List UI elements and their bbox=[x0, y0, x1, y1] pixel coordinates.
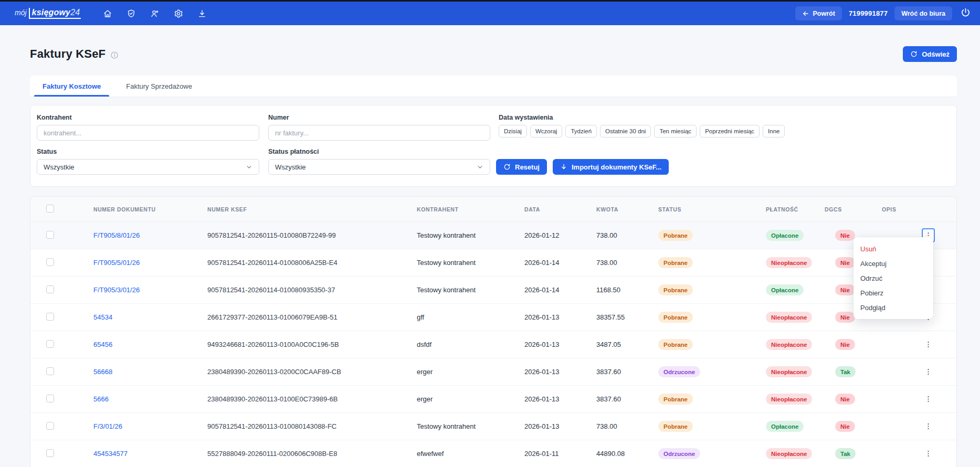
page-title: Faktury KSeF bbox=[30, 47, 106, 61]
ksef-number: 9057812541-20260115-010080B72249-99 bbox=[207, 231, 417, 239]
table-row: F/3/01/26 9057812541-20260113-0100801430… bbox=[30, 413, 956, 440]
row-checkbox[interactable] bbox=[46, 231, 54, 239]
logo-suffix: 24 bbox=[70, 8, 80, 17]
ksef-number: 2661729377-20260113-01006079EA9B-51 bbox=[207, 313, 417, 321]
table-row: 56668 2380489390-20260113-0200C0CAAF89-C… bbox=[30, 358, 956, 386]
app-logo[interactable]: mójksięgowy24 bbox=[15, 8, 81, 19]
ksef-number: 2380489390-20260113-0200C0CAAF89-CB bbox=[207, 368, 417, 376]
row-checkbox[interactable] bbox=[46, 340, 54, 348]
ksef-number: 2380489390-20260113-0100E0C73989-6B bbox=[207, 395, 417, 403]
table-row: F/T905/5/01/26 9057812541-20260114-01008… bbox=[30, 249, 956, 277]
import-ksef-button[interactable]: Importuj dokumenty KSeF... bbox=[553, 159, 669, 175]
status-badge: Odrzucone bbox=[658, 448, 700, 459]
payment-status-select[interactable]: Wszystkie bbox=[268, 159, 490, 175]
document-number-link[interactable]: F/3/01/26 bbox=[93, 422, 122, 430]
row-checkbox[interactable] bbox=[46, 367, 54, 375]
col-opis: OPIS bbox=[882, 206, 956, 213]
menu-item-podgl-d[interactable]: Podgląd bbox=[853, 300, 933, 315]
col-kontrahent: KONTRAHENT bbox=[417, 206, 524, 213]
row-checkbox[interactable] bbox=[46, 395, 54, 402]
kontrahent-input[interactable] bbox=[37, 125, 259, 141]
user-plus-icon[interactable] bbox=[147, 6, 163, 22]
tab-faktury-sprzedazowe[interactable]: Faktury Sprzedażowe bbox=[113, 76, 205, 97]
date-chip[interactable]: Wczoraj bbox=[530, 125, 563, 137]
row-actions-kebab[interactable] bbox=[922, 337, 935, 352]
document-number-link[interactable]: 65456 bbox=[93, 341, 112, 348]
col-dgcs: DGCS bbox=[825, 206, 882, 213]
date-cell: 2026-01-13 bbox=[524, 313, 596, 321]
amount-cell: 3837.60 bbox=[596, 368, 658, 376]
chevron-down-icon bbox=[477, 164, 483, 171]
row-checkbox[interactable] bbox=[46, 422, 54, 430]
date-chip[interactable]: Inne bbox=[763, 125, 785, 137]
row-checkbox[interactable] bbox=[46, 313, 54, 321]
date-chip[interactable]: Tydzień bbox=[565, 125, 597, 137]
menu-item-pobierz[interactable]: Pobierz bbox=[853, 285, 933, 300]
row-actions-kebab[interactable] bbox=[922, 365, 935, 379]
amount-cell: 38357.55 bbox=[596, 313, 658, 321]
refresh-button[interactable]: Odśwież bbox=[903, 46, 957, 62]
kebab-icon bbox=[924, 341, 932, 348]
kontrahent-cell: Testowy kontrahent bbox=[417, 422, 524, 430]
kontrahent-cell: Testowy kontrahent bbox=[417, 259, 524, 267]
refresh-icon bbox=[503, 163, 511, 171]
kontrahent-cell: erger bbox=[417, 368, 524, 376]
col-numer-dokumentu: NUMER DOKUMENTU bbox=[93, 206, 207, 213]
ksef-number: 9493246681-20260113-0100A0C0C196-5B bbox=[207, 341, 417, 348]
kontrahent-label: Kontrahent bbox=[37, 114, 259, 121]
document-number-link[interactable]: F/T905/3/01/26 bbox=[93, 286, 140, 294]
menu-item-usu-[interactable]: Usuń bbox=[853, 241, 933, 256]
select-all-checkbox[interactable] bbox=[46, 205, 54, 213]
document-number-link[interactable]: F/T905/5/01/26 bbox=[93, 259, 140, 267]
row-checkbox[interactable] bbox=[46, 449, 54, 457]
gear-icon[interactable] bbox=[171, 6, 186, 22]
col-platnosc: PŁATNOŚĆ bbox=[766, 206, 825, 213]
row-checkbox[interactable] bbox=[46, 258, 54, 266]
numer-input[interactable] bbox=[268, 125, 490, 141]
return-to-office-button[interactable]: Wróć do biura bbox=[894, 6, 952, 20]
download-icon[interactable] bbox=[194, 6, 210, 22]
logo-prefix: mój bbox=[15, 8, 29, 17]
document-number-link[interactable]: 454534577 bbox=[93, 450, 128, 458]
back-button[interactable]: Powrót bbox=[795, 6, 842, 20]
menu-item-akceptuj[interactable]: Akceptuj bbox=[853, 256, 933, 271]
table-header-row: NUMER DOKUMENTU NUMER KSEF KONTRAHENT DA… bbox=[30, 197, 956, 222]
kontrahent-cell: efwefwef bbox=[417, 450, 524, 458]
row-actions-kebab[interactable] bbox=[922, 447, 935, 461]
row-checkbox[interactable] bbox=[46, 285, 54, 293]
document-number-link[interactable]: F/T905/8/01/26 bbox=[93, 231, 140, 239]
info-icon[interactable] bbox=[110, 51, 119, 59]
row-actions-kebab[interactable] bbox=[922, 392, 935, 406]
date-chip[interactable]: Ostatnie 30 dni bbox=[600, 125, 651, 137]
dgcs-badge: Nie bbox=[835, 339, 855, 350]
tab-bar: Faktury Kosztowe Faktury Sprzedażowe bbox=[30, 76, 957, 97]
date-chip[interactable]: Dzisiaj bbox=[499, 125, 527, 137]
navbar-right-group: Powrót 7199991877 Wróć do biura bbox=[795, 6, 973, 20]
row-actions-menu: UsuńAkceptujOdrzućPobierzPodgląd bbox=[853, 237, 933, 319]
home-icon[interactable] bbox=[100, 6, 115, 22]
document-number-link[interactable]: 56668 bbox=[93, 368, 112, 376]
reset-button[interactable]: Resetuj bbox=[496, 159, 547, 175]
date-chips: DzisiajWczorajTydzieńOstatnie 30 dniTen … bbox=[499, 125, 785, 137]
menu-item-odrzu-[interactable]: Odrzuć bbox=[853, 271, 933, 285]
date-chip[interactable]: Poprzedni miesiąc bbox=[700, 125, 760, 137]
power-icon[interactable] bbox=[960, 7, 973, 20]
kontrahent-cell: gff bbox=[417, 313, 524, 321]
filters-panel: Kontrahent Numer Data wystawienia Dzisia… bbox=[30, 105, 957, 187]
arrow-left-icon bbox=[802, 10, 809, 17]
date-chip[interactable]: Ten miesiąc bbox=[654, 125, 697, 137]
navbar-icon-group bbox=[100, 6, 210, 22]
document-number-link[interactable]: 54534 bbox=[93, 313, 112, 321]
dgcs-badge: Nie bbox=[835, 257, 855, 268]
shield-check-icon[interactable] bbox=[123, 6, 139, 22]
row-actions-kebab[interactable] bbox=[922, 419, 935, 433]
dgcs-badge: Nie bbox=[835, 312, 855, 323]
numer-label: Numer bbox=[268, 114, 490, 121]
account-number: 7199991877 bbox=[849, 9, 888, 17]
status-select[interactable]: Wszystkie bbox=[37, 159, 259, 175]
tab-faktury-kosztowe[interactable]: Faktury Kosztowe bbox=[30, 76, 113, 97]
logo-brand: księgowy24 bbox=[29, 8, 81, 19]
document-number-link[interactable]: 5666 bbox=[93, 395, 109, 403]
invoices-table: NUMER DOKUMENTU NUMER KSEF KONTRAHENT DA… bbox=[30, 196, 957, 467]
date-cell: 2026-01-13 bbox=[524, 395, 596, 403]
